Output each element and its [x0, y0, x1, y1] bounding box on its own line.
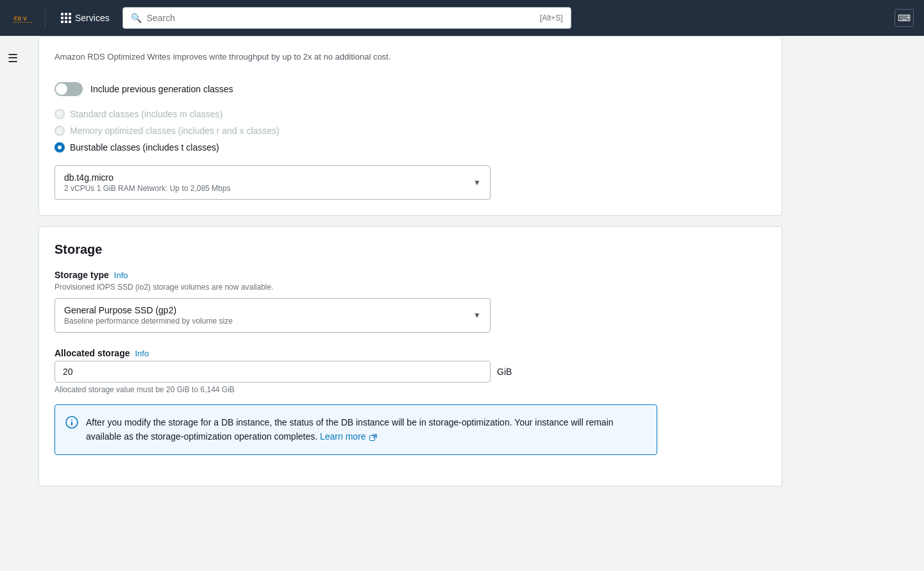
svg-rect-2: [71, 422, 72, 426]
info-circle-icon: [65, 416, 78, 429]
storage-type-select[interactable]: General Purpose SSD (gp2) Baseline perfo…: [55, 298, 491, 333]
storage-type-label-row: Storage type Info: [55, 270, 766, 280]
storage-type-label: Storage type: [55, 270, 109, 280]
search-shortcut: [Alt+S]: [540, 13, 563, 22]
instance-type-info: db.t4g.micro 2 vCPUs 1 GiB RAM Network: …: [64, 172, 230, 193]
svg-rect-0: [12, 22, 33, 22]
allocated-storage-section: Allocated storage Info GiB Allocated sto…: [55, 348, 766, 455]
optimized-writes-info: Amazon RDS Optimized Writes improves wri…: [55, 52, 766, 72]
services-label: Services: [75, 13, 110, 23]
instance-type-details: 2 vCPUs 1 GiB RAM Network: Up to 2,085 M…: [64, 184, 230, 193]
toggle-row: Include previous generation classes: [55, 82, 766, 96]
storage-type-description: Provisioned IOPS SSD (io2) storage volum…: [55, 283, 766, 292]
instance-type-select[interactable]: db.t4g.micro 2 vCPUs 1 GiB RAM Network: …: [55, 165, 491, 200]
storage-unit: GiB: [497, 367, 512, 377]
aws-logo: [10, 6, 35, 30]
storage-info-text: After you modify the storage for a DB in…: [86, 415, 646, 444]
instance-type-chevron: ▼: [473, 178, 481, 187]
storage-type-info: General Purpose SSD (gp2) Baseline perfo…: [64, 305, 233, 326]
radio-burstable: Burstable classes (includes t classes): [55, 142, 766, 153]
instance-class-radio-group: Standard classes (includes m classes) Me…: [55, 109, 766, 153]
toggle-label: Include previous generation classes: [90, 84, 233, 94]
storage-section: Storage Storage type Info Provisioned IO…: [38, 226, 782, 486]
external-link-icon: [369, 434, 377, 442]
allocated-storage-info-link[interactable]: Info: [135, 349, 149, 358]
storage-info-box: After you modify the storage for a DB in…: [55, 404, 657, 455]
services-button[interactable]: Services: [56, 10, 115, 26]
radio-standard: Standard classes (includes m classes): [55, 109, 766, 119]
main-content: Amazon RDS Optimized Writes improves wri…: [26, 36, 795, 522]
search-icon: 🔍: [131, 13, 142, 23]
storage-type-chevron: ▼: [473, 311, 481, 320]
learn-more-link[interactable]: Learn more: [320, 431, 377, 442]
radio-burstable-input[interactable]: [55, 142, 65, 153]
storage-type-select-sub: Baseline performance determined by volum…: [64, 317, 233, 326]
allocated-storage-input-row: GiB: [55, 361, 766, 383]
storage-title: Storage: [55, 242, 766, 257]
toggle-slider: [55, 82, 83, 96]
allocated-storage-hint: Allocated storage value must be 20 GiB t…: [55, 385, 766, 394]
top-navigation: Services 🔍 [Alt+S] ⌨: [0, 0, 924, 36]
storage-type-section: Storage type Info Provisioned IOPS SSD (…: [55, 270, 766, 333]
allocated-storage-label: Allocated storage: [55, 348, 130, 358]
radio-memory-input[interactable]: [55, 126, 65, 136]
allocated-storage-label-row: Allocated storage Info: [55, 348, 766, 358]
svg-point-3: [71, 420, 72, 421]
svg-rect-4: [370, 435, 375, 440]
storage-type-info-link[interactable]: Info: [114, 270, 128, 280]
search-bar: 🔍 [Alt+S]: [122, 7, 571, 29]
instance-type-select-header: db.t4g.micro 2 vCPUs 1 GiB RAM Network: …: [64, 172, 481, 193]
learn-more-label: Learn more: [320, 431, 366, 442]
search-input[interactable]: [147, 13, 535, 23]
nav-right: ⌨: [895, 9, 914, 27]
allocated-storage-input[interactable]: [55, 361, 491, 383]
terminal-icon: ⌨: [898, 13, 911, 23]
terminal-button[interactable]: ⌨: [895, 9, 914, 27]
instance-class-section: Amazon RDS Optimized Writes improves wri…: [38, 36, 782, 216]
grid-icon: [61, 13, 71, 23]
radio-memory-label: Memory optimized classes (includes r and…: [70, 126, 280, 136]
radio-standard-label: Standard classes (includes m classes): [70, 109, 223, 119]
storage-type-select-header: General Purpose SSD (gp2) Baseline perfo…: [64, 305, 481, 326]
radio-standard-input[interactable]: [55, 109, 65, 119]
instance-type-title: db.t4g.micro: [64, 172, 230, 183]
sidebar-toggle[interactable]: ☰: [0, 46, 26, 70]
storage-type-select-title: General Purpose SSD (gp2): [64, 305, 233, 315]
radio-burstable-label: Burstable classes (includes t classes): [70, 142, 219, 153]
nav-divider: [45, 8, 46, 28]
hamburger-icon: ☰: [8, 51, 18, 65]
prev-gen-toggle[interactable]: [55, 82, 83, 96]
radio-memory: Memory optimized classes (includes r and…: [55, 126, 766, 136]
